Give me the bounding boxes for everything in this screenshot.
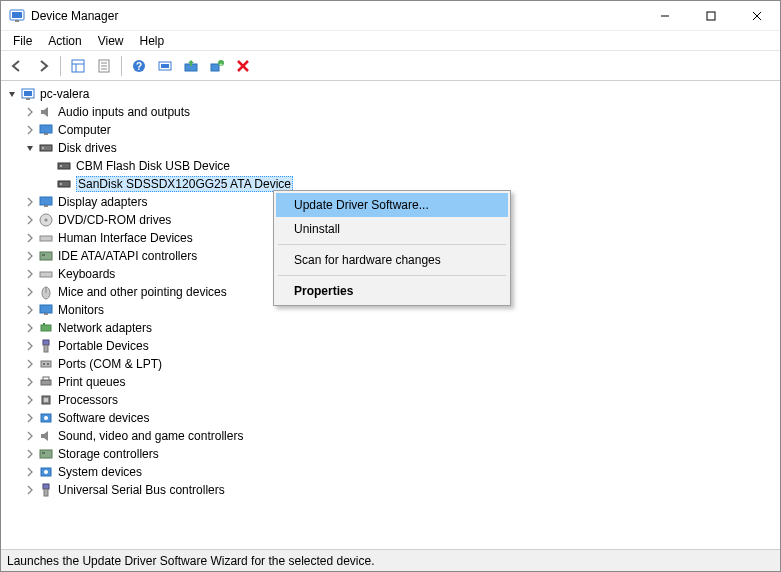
svg-rect-49 [43, 340, 49, 345]
tree-category[interactable]: Print queues [21, 373, 778, 391]
svg-point-53 [47, 363, 49, 365]
device-tree[interactable]: pc-valeraAudio inputs and outputsCompute… [1, 81, 780, 549]
svg-rect-64 [43, 484, 49, 489]
category-icon [38, 338, 54, 354]
tree-category[interactable]: Universal Serial Bus controllers [21, 481, 778, 499]
svg-rect-2 [15, 20, 19, 22]
scan-button[interactable] [153, 54, 177, 78]
tree-category[interactable]: Ports (COM & LPT) [21, 355, 778, 373]
category-icon [38, 446, 54, 462]
forward-button[interactable] [31, 54, 55, 78]
category-icon [38, 266, 54, 282]
ctx-uninstall[interactable]: Uninstall [276, 217, 508, 241]
expand-arrow-icon[interactable] [23, 249, 37, 263]
disable-button[interactable] [231, 54, 255, 78]
svg-point-34 [60, 183, 62, 185]
expand-arrow-icon[interactable] [23, 429, 37, 443]
expand-arrow-icon[interactable] [23, 375, 37, 389]
tree-category-label: Universal Serial Bus controllers [58, 483, 225, 497]
svg-rect-35 [40, 197, 52, 205]
expand-arrow-icon[interactable] [23, 285, 37, 299]
expand-arrow-icon[interactable] [23, 213, 37, 227]
status-bar: Launches the Update Driver Software Wiza… [1, 549, 780, 571]
app-icon [9, 8, 25, 24]
category-icon [38, 392, 54, 408]
category-icon [38, 104, 54, 120]
svg-rect-42 [40, 272, 52, 277]
tree-category-label: Keyboards [58, 267, 115, 281]
show-hide-tree-button[interactable] [66, 54, 90, 78]
tree-category[interactable]: Disk drives [21, 139, 778, 157]
ctx-properties[interactable]: Properties [276, 279, 508, 303]
menu-file[interactable]: File [5, 33, 40, 49]
svg-rect-57 [44, 398, 48, 402]
expand-arrow-icon[interactable] [23, 465, 37, 479]
expand-arrow-icon[interactable] [23, 267, 37, 281]
context-menu: Update Driver Software... Uninstall Scan… [273, 190, 511, 306]
tree-root-node[interactable]: pc-valera [3, 85, 778, 103]
ctx-update-driver[interactable]: Update Driver Software... [276, 193, 508, 217]
menu-help[interactable]: Help [132, 33, 173, 49]
expand-arrow-icon[interactable] [23, 105, 37, 119]
svg-rect-48 [43, 323, 45, 325]
title-bar: Device Manager [1, 1, 780, 31]
back-button[interactable] [5, 54, 29, 78]
svg-rect-61 [42, 452, 45, 454]
svg-rect-26 [26, 98, 30, 100]
svg-rect-31 [58, 163, 70, 169]
tree-category[interactable]: Network adapters [21, 319, 778, 337]
expand-arrow-icon[interactable] [23, 357, 37, 371]
close-button[interactable] [734, 1, 780, 30]
category-icon [38, 230, 54, 246]
tree-device[interactable]: CBM Flash Disk USB Device [39, 157, 778, 175]
svg-rect-33 [58, 181, 70, 187]
expand-arrow-icon[interactable] [23, 483, 37, 497]
category-icon [38, 248, 54, 264]
tree-category[interactable]: System devices [21, 463, 778, 481]
menu-view[interactable]: View [90, 33, 132, 49]
minimize-button[interactable] [642, 1, 688, 30]
ctx-scan[interactable]: Scan for hardware changes [276, 248, 508, 272]
expand-arrow-icon[interactable] [23, 447, 37, 461]
tree-category[interactable]: Audio inputs and outputs [21, 103, 778, 121]
tree-category[interactable]: Portable Devices [21, 337, 778, 355]
toolbar-sep [121, 56, 122, 76]
device-icon [56, 176, 72, 192]
no-arrow [41, 177, 55, 191]
svg-rect-39 [40, 236, 52, 241]
tree-category[interactable]: Computer [21, 121, 778, 139]
svg-point-32 [60, 165, 62, 167]
tree-category[interactable]: Storage controllers [21, 445, 778, 463]
category-icon [38, 356, 54, 372]
properties-button[interactable] [92, 54, 116, 78]
category-icon [38, 284, 54, 300]
window-controls [642, 1, 780, 30]
expand-arrow-icon[interactable] [23, 411, 37, 425]
expand-arrow-icon[interactable] [23, 303, 37, 317]
uninstall-button[interactable]: + [205, 54, 229, 78]
tree-category[interactable]: Software devices [21, 409, 778, 427]
svg-rect-50 [44, 345, 48, 352]
window-title: Device Manager [31, 9, 642, 23]
ctx-sep [278, 275, 506, 276]
expand-arrow-icon[interactable] [5, 87, 19, 101]
tree-category[interactable]: Sound, video and game controllers [21, 427, 778, 445]
tree-category-label: Network adapters [58, 321, 152, 335]
maximize-button[interactable] [688, 1, 734, 30]
update-driver-button[interactable] [179, 54, 203, 78]
expand-arrow-icon[interactable] [23, 321, 37, 335]
toolbar: ? + [1, 51, 780, 81]
expand-arrow-icon[interactable] [23, 393, 37, 407]
expand-arrow-icon[interactable] [23, 339, 37, 353]
expand-arrow-icon[interactable] [23, 195, 37, 209]
tree-category-label: System devices [58, 465, 142, 479]
svg-rect-47 [41, 325, 51, 331]
svg-point-59 [44, 416, 48, 420]
expand-arrow-icon[interactable] [23, 231, 37, 245]
help-button[interactable]: ? [127, 54, 151, 78]
expand-arrow-icon[interactable] [23, 123, 37, 137]
tree-category-label: IDE ATA/ATAPI controllers [58, 249, 197, 263]
menu-action[interactable]: Action [40, 33, 89, 49]
tree-category[interactable]: Processors [21, 391, 778, 409]
expand-arrow-icon[interactable] [23, 141, 37, 155]
